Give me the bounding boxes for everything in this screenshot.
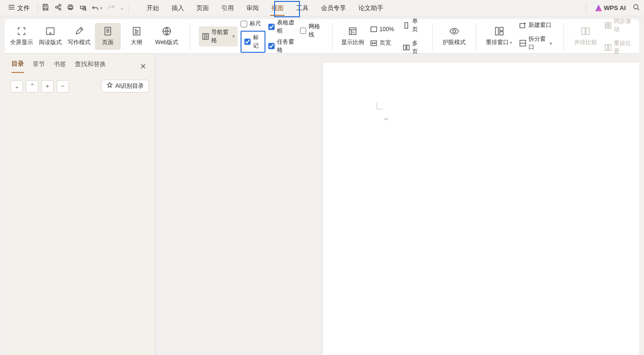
svg-rect-31 <box>605 45 608 50</box>
single-page-button[interactable]: 单页 <box>400 16 424 35</box>
wps-ai-icon <box>595 5 602 12</box>
main-area: 目录 章节 书签 查找和替换 ✕ ⌄ ⌃ + − AI识别目录 ↵ <box>5 54 639 355</box>
more-quick-icon[interactable]: ⌄ <box>120 5 124 11</box>
wps-ai-button[interactable]: WPS AI <box>595 4 626 12</box>
gridlines-checkbox[interactable]: 网格线 <box>300 23 323 39</box>
collapse-up-button[interactable]: ⌃ <box>26 80 38 93</box>
sidepanel-tab-chapter[interactable]: 章节 <box>33 60 45 72</box>
group-window: 重排窗口▾ 新建窗口 拆分窗口 <box>481 20 559 53</box>
task-pane-input[interactable] <box>268 43 275 49</box>
document-canvas[interactable]: ↵ <box>155 54 639 355</box>
print-icon[interactable] <box>67 3 74 12</box>
file-menu[interactable]: 文件 <box>4 1 34 14</box>
task-pane-checkbox[interactable]: 任务窗格 <box>268 38 297 54</box>
page-width-button[interactable]: 页宽 <box>367 37 394 48</box>
ruler-checkbox[interactable]: 标尺 <box>241 20 261 28</box>
remove-button[interactable]: − <box>57 80 69 93</box>
svg-rect-32 <box>609 45 611 50</box>
menu-bar: 文件 ▾ ⌄ 开始 插入 页面 引用 审阅 视图 工具 会员专享 论文助手 WP… <box>0 0 644 16</box>
group-zoom: %显示比例 100% 页宽 单页 多页 <box>337 16 428 57</box>
save-icon[interactable] <box>42 3 49 12</box>
svg-rect-28 <box>586 28 589 35</box>
sidepanel-tab-find[interactable]: 查找和替换 <box>75 60 106 72</box>
display-ratio-button[interactable]: %显示比例 <box>341 23 364 50</box>
nav-pane-button[interactable]: 导航窗格 <box>199 26 238 47</box>
outline-icon <box>131 26 142 36</box>
arrange-windows-button[interactable]: 重排窗口▾ <box>485 23 513 50</box>
redo-button[interactable] <box>107 3 115 12</box>
chevron-up-icon: ⌃ <box>30 83 35 90</box>
tab-tools[interactable]: 工具 <box>295 1 310 15</box>
sync-scroll-icon <box>604 22 612 29</box>
split-window-button[interactable]: 拆分窗口 <box>516 34 555 53</box>
sidepanel-tabs: 目录 章节 书签 查找和替换 ✕ <box>5 54 155 73</box>
web-layout-button[interactable]: Web版式 <box>152 23 181 50</box>
table-dash-input[interactable] <box>268 24 275 30</box>
paragraph-mark: ↵ <box>384 116 389 122</box>
tab-review[interactable]: 审阅 <box>245 1 260 15</box>
print-preview-icon[interactable] <box>79 3 87 12</box>
tab-member[interactable]: 会员专享 <box>320 1 347 15</box>
navigation-panel: 目录 章节 书签 查找和替换 ✕ ⌄ ⌃ + − AI识别目录 <box>5 54 155 355</box>
outline-button[interactable]: 大纲 <box>124 23 150 50</box>
wps-ai-label: WPS AI <box>604 4 626 12</box>
sparkle-icon <box>106 82 113 90</box>
nav-pane-icon <box>202 33 209 40</box>
svg-point-8 <box>634 5 638 9</box>
group-show: 导航窗格 标尺 标记 表格虚框 任务窗格 网格线 <box>195 19 327 54</box>
side-by-side-button[interactable]: 并排比较 <box>573 23 598 50</box>
svg-point-0 <box>56 6 58 8</box>
gridlines-input[interactable] <box>300 27 306 34</box>
svg-text:%: % <box>352 31 355 34</box>
tab-start[interactable]: 开始 <box>146 1 160 15</box>
svg-rect-18 <box>405 23 408 28</box>
sidepanel-tab-bookmark[interactable]: 书签 <box>54 60 66 72</box>
split-icon <box>519 39 527 47</box>
tab-thesis[interactable]: 论文助手 <box>357 1 384 15</box>
share-icon[interactable] <box>54 3 62 12</box>
new-window-button[interactable]: 新建窗口 <box>516 20 554 31</box>
close-panel-button[interactable]: ✕ <box>138 62 148 71</box>
group-eyecare: 护眼模式 <box>437 23 471 50</box>
eye-care-button[interactable]: 护眼模式 <box>441 23 467 50</box>
fullscreen-icon <box>16 26 27 36</box>
svg-rect-10 <box>105 27 111 35</box>
search-icon[interactable] <box>632 3 640 12</box>
tab-page[interactable]: 页面 <box>196 1 210 15</box>
writing-mode-button[interactable]: 写作模式 <box>66 23 92 50</box>
zoom-100-button[interactable]: 100% <box>367 24 397 35</box>
pen-icon <box>74 26 84 36</box>
svg-point-21 <box>453 30 456 33</box>
fullscreen-button[interactable]: 全屏显示 <box>9 23 34 50</box>
minus-icon: − <box>61 83 65 90</box>
page-icon <box>103 26 113 36</box>
sidepanel-tab-toc[interactable]: 目录 <box>12 59 24 73</box>
add-button[interactable]: + <box>41 80 54 93</box>
document-page[interactable]: ↵ <box>323 62 639 355</box>
globe-icon <box>161 26 172 36</box>
marks-checkbox[interactable]: 标记 <box>241 31 265 53</box>
tab-reference[interactable]: 引用 <box>220 1 235 15</box>
svg-rect-22 <box>495 27 498 35</box>
divider <box>37 4 38 12</box>
quick-access: ▾ ⌄ <box>42 3 124 12</box>
plus-icon: + <box>46 83 49 90</box>
expand-down-button[interactable]: ⌄ <box>11 80 23 93</box>
ai-toc-button[interactable]: AI识别目录 <box>101 80 149 93</box>
undo-button[interactable]: ▾ <box>92 4 103 12</box>
page-view-button[interactable]: 页面 <box>95 23 121 50</box>
side-by-side-icon <box>580 26 591 36</box>
tab-view[interactable]: 视图 <box>270 1 285 15</box>
ruler-input[interactable] <box>241 21 247 27</box>
sidepanel-toolbar: ⌄ ⌃ + − AI识别目录 <box>5 73 155 99</box>
chevron-down-icon: ⌄ <box>14 83 20 90</box>
table-dash-checkbox[interactable]: 表格虚框 <box>268 19 297 35</box>
divider <box>128 4 128 12</box>
svg-rect-27 <box>582 28 585 35</box>
svg-rect-20 <box>407 45 409 50</box>
marks-input[interactable] <box>244 38 251 45</box>
svg-rect-19 <box>403 45 406 50</box>
reading-layout-button[interactable]: 阅读版式 <box>37 23 63 50</box>
tab-insert[interactable]: 插入 <box>171 1 185 15</box>
sync-scroll-button: 同步滚动 <box>601 16 635 35</box>
